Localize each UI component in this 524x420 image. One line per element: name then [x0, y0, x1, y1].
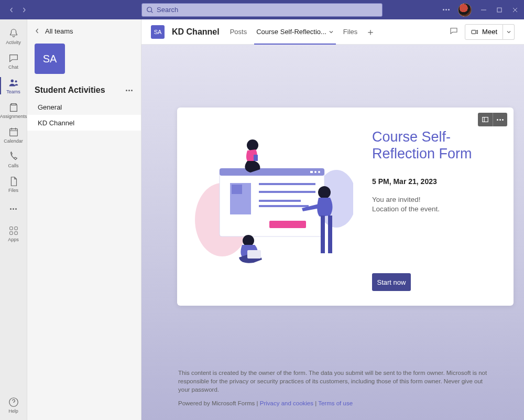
- svg-rect-4: [9, 129, 17, 136]
- all-teams-label: All teams: [45, 27, 73, 35]
- team-tile[interactable]: SA: [35, 44, 65, 74]
- rail-label: Files: [8, 188, 18, 193]
- team-name: Student Activities: [35, 85, 105, 95]
- rail-label: Activity: [6, 40, 21, 45]
- chevron-down-icon[interactable]: [329, 29, 334, 35]
- svg-rect-6: [14, 227, 17, 230]
- form-title: Course Self-Reflection Form: [372, 128, 501, 163]
- files-icon: [8, 176, 19, 187]
- svg-point-31: [243, 235, 254, 246]
- search-icon: [146, 6, 154, 14]
- svg-rect-18: [310, 171, 313, 173]
- search-input[interactable]: [157, 6, 378, 14]
- help-icon: [8, 396, 19, 408]
- rail-label: Calendar: [4, 138, 23, 144]
- terms-link[interactable]: Terms of use: [318, 400, 353, 406]
- svg-rect-27: [254, 155, 258, 161]
- rail-label: Assignments: [0, 114, 27, 119]
- rail-label: Calls: [8, 163, 18, 168]
- all-teams-back[interactable]: All teams: [27, 19, 141, 42]
- svg-rect-10: [472, 30, 476, 34]
- channel-kd[interactable]: KD Channel: [27, 115, 141, 131]
- rail-activity[interactable]: Activity: [0, 25, 27, 48]
- rail-calendar[interactable]: Calendar: [0, 123, 27, 147]
- nav-back-icon[interactable]: [7, 6, 16, 14]
- svg-rect-1: [497, 8, 501, 12]
- rail-label: Chat: [8, 64, 18, 70]
- svg-point-28: [318, 186, 331, 199]
- svg-rect-29: [321, 216, 325, 253]
- bell-icon: [8, 28, 19, 39]
- tab-posts[interactable]: Posts: [229, 19, 248, 45]
- svg-rect-8: [14, 232, 17, 235]
- title-bar: [0, 0, 524, 19]
- meet-dropdown[interactable]: [503, 24, 515, 40]
- tab-files[interactable]: Files: [342, 19, 358, 45]
- rail-chat[interactable]: Chat: [0, 49, 27, 73]
- svg-point-3: [15, 80, 17, 82]
- svg-point-0: [147, 7, 152, 12]
- svg-rect-7: [9, 232, 13, 235]
- rail-teams[interactable]: Teams: [0, 74, 27, 98]
- tab-content: Course Self-Reflection Form 5 PM, Mar 21…: [141, 45, 524, 420]
- meet-label: Meet: [482, 28, 497, 36]
- calendar-icon: [8, 126, 19, 138]
- chevron-left-icon: [35, 28, 40, 34]
- minimize-icon[interactable]: [480, 6, 487, 14]
- tab-course-self-reflection[interactable]: Course Self-Reflectio...: [255, 19, 335, 45]
- forms-footer: This content is created by the owner of …: [141, 361, 524, 420]
- teams-sidebar: All teams SA Student Activities General …: [27, 19, 141, 420]
- add-tab-button[interactable]: ＋: [366, 26, 375, 38]
- channel-title: KD Channel: [172, 27, 220, 37]
- rail-apps[interactable]: Apps: [0, 222, 27, 245]
- channel-general[interactable]: General: [27, 99, 141, 115]
- privacy-link[interactable]: Privacy and cookies: [260, 400, 313, 406]
- svg-rect-21: [259, 183, 315, 185]
- channel-header: SA KD Channel Posts Course Self-Reflecti…: [141, 19, 524, 45]
- svg-point-17: [318, 171, 320, 173]
- form-card: Course Self-Reflection Form 5 PM, Mar 21…: [177, 107, 514, 306]
- svg-point-26: [247, 139, 258, 151]
- svg-rect-23: [259, 200, 301, 202]
- more-icon[interactable]: [443, 9, 450, 10]
- team-more-icon[interactable]: [126, 90, 133, 91]
- svg-rect-30: [328, 216, 332, 253]
- svg-rect-15: [220, 168, 324, 176]
- channel-tile: SA: [151, 25, 165, 39]
- conversation-icon[interactable]: [449, 26, 458, 38]
- card-more-icon[interactable]: [493, 113, 507, 126]
- rail-label: Help: [8, 408, 18, 414]
- assignments-icon: [8, 102, 19, 113]
- svg-rect-5: [9, 227, 13, 230]
- form-illustration: [177, 107, 367, 306]
- rail-label: Apps: [8, 237, 19, 242]
- chat-icon: [8, 52, 19, 64]
- rail-more[interactable]: [0, 197, 27, 221]
- video-icon: [471, 28, 479, 36]
- rail-label: Teams: [6, 89, 20, 94]
- svg-rect-22: [259, 191, 315, 193]
- svg-rect-20: [232, 185, 242, 194]
- expand-icon[interactable]: [478, 113, 493, 126]
- svg-rect-24: [259, 205, 309, 207]
- rail-help[interactable]: Help: [0, 393, 27, 417]
- start-now-button[interactable]: Start now: [372, 273, 411, 291]
- rail-calls[interactable]: Calls: [0, 148, 27, 171]
- svg-point-2: [10, 80, 14, 83]
- tab-label: Course Self-Reflectio...: [256, 28, 326, 36]
- nav-forward-icon[interactable]: [20, 6, 28, 14]
- rail-files[interactable]: Files: [0, 173, 27, 196]
- teams-icon: [8, 77, 19, 89]
- powered-by: Powered by Microsoft Forms: [178, 400, 255, 406]
- maximize-icon[interactable]: [496, 6, 503, 14]
- avatar[interactable]: [458, 3, 472, 17]
- app-rail: Activity Chat Teams Assignments Calendar…: [0, 19, 27, 420]
- search-box[interactable]: [141, 3, 383, 17]
- rail-assignments[interactable]: Assignments: [0, 99, 27, 122]
- close-icon[interactable]: [511, 6, 519, 14]
- meet-button[interactable]: Meet: [465, 24, 503, 40]
- form-invite-text: You are invited! Location of the event.: [372, 195, 501, 214]
- form-date: 5 PM, Mar 21, 2023: [372, 177, 501, 186]
- more-icon: [10, 208, 17, 210]
- chevron-down-icon: [506, 29, 511, 35]
